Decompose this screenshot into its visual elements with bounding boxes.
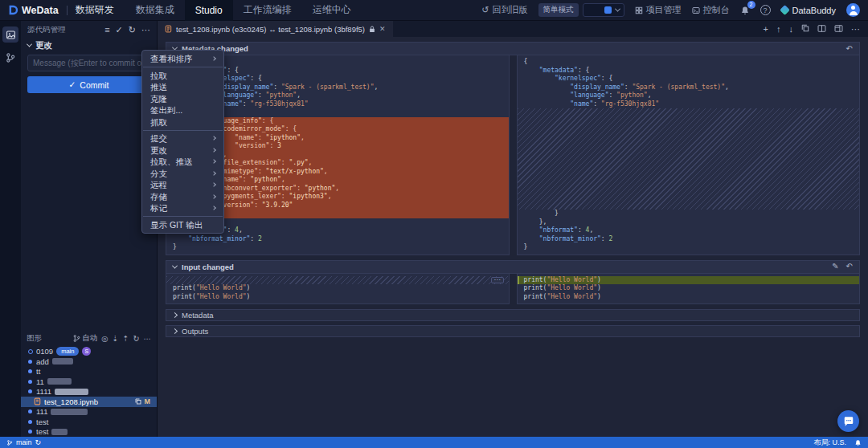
sync-icon[interactable]: ↻ (35, 439, 42, 446)
project-chip (604, 6, 612, 14)
console-button[interactable]: 控制台 (692, 4, 730, 16)
status-bar: main ↻ 布局: U.S. (0, 437, 868, 448)
menu-item-label: 查看和排序 (150, 53, 212, 65)
graph-commit-row[interactable]: 111 (21, 407, 157, 417)
auto-layout-button[interactable]: 自动 (73, 333, 97, 344)
layout-icon[interactable] (834, 24, 843, 35)
source-control-button[interactable] (2, 50, 18, 66)
context-menu-item[interactable]: 克隆 (142, 93, 223, 105)
next-change-icon[interactable]: ↓ (789, 25, 794, 34)
open-file-icon[interactable] (801, 24, 809, 34)
context-menu-item[interactable]: 签出到... (142, 104, 223, 116)
menu-divider (143, 216, 223, 217)
target-icon[interactable]: ◎ (101, 335, 108, 343)
menu-item-label: 拉取 (150, 70, 215, 82)
commit-node-icon (27, 379, 33, 385)
more-actions-icon[interactable]: ⋯ (144, 335, 152, 343)
metadata-changed-header[interactable]: Metadata changed ↶ (166, 42, 860, 55)
split-editor-icon[interactable] (817, 24, 826, 35)
graph-commit-row[interactable]: test (21, 427, 157, 438)
plus-icon[interactable]: + (764, 25, 768, 34)
context-menu-item[interactable]: 显示 GIT 输出 (142, 219, 223, 231)
menu-item-label: 抓取 (150, 116, 215, 128)
expand-hidden-lines-button[interactable]: ⋯ (491, 277, 504, 283)
graph-commit-row[interactable]: add (21, 356, 157, 367)
menu-item-label: 拉取、推送 (150, 156, 212, 168)
submenu-arrow-icon (211, 136, 216, 141)
layout-indicator[interactable]: 布局: U.S. (813, 438, 846, 448)
edit-icon[interactable]: ✎ (832, 263, 838, 271)
help-button[interactable]: ? (760, 5, 771, 15)
assistant-fab-button[interactable] (837, 410, 859, 432)
context-menu-item[interactable]: 抓取 (142, 116, 223, 128)
more-actions-icon[interactable]: ⋯ (141, 26, 150, 35)
mode-select[interactable] (583, 3, 624, 17)
code-line: "nbformat": 4, (518, 226, 860, 235)
context-menu-item[interactable]: 推送 (142, 81, 223, 93)
menu-item-Studio[interactable]: Studio (185, 0, 233, 21)
push-icon[interactable]: ⇡ (123, 335, 129, 343)
view-as-list-icon[interactable]: ≡ (104, 26, 109, 35)
notifications-button[interactable]: 2 (740, 6, 750, 15)
input-changed-header[interactable]: Input changed ✎ ↶ (166, 260, 860, 274)
menu-item-label: 提交 (150, 132, 212, 145)
source-control-icon (5, 52, 16, 63)
redacted-text (47, 378, 72, 385)
more-actions-icon[interactable]: ⋯ (851, 25, 860, 34)
databuddy-button[interactable]: DataBuddy (781, 6, 836, 15)
context-menu-item[interactable]: 远程 (142, 179, 223, 191)
refresh-icon[interactable]: ↻ (133, 335, 140, 343)
menu-item-工作流编排[interactable]: 工作流编排 (233, 0, 302, 21)
menu-divider (143, 67, 223, 67)
graph-commit-row[interactable]: 0109mainS (21, 347, 157, 357)
context-menu-item[interactable]: 提交 (142, 132, 223, 145)
context-menu-item[interactable]: 拉取 (142, 70, 223, 82)
context-menu-item[interactable]: 分支 (142, 168, 223, 180)
context-menu-item[interactable]: 查看和排序 (142, 53, 223, 65)
graph-commit-row[interactable]: tt (21, 367, 157, 377)
input-diff-modified-pane[interactable]: print("Hello World")print("Hello World")… (517, 274, 861, 305)
user-avatar[interactable] (846, 3, 860, 17)
commit-node-icon (27, 389, 33, 394)
graph-commit-row[interactable]: 11 (21, 377, 157, 387)
branch-indicator[interactable]: main ↻ (6, 438, 41, 446)
refresh-icon[interactable]: ↻ (129, 26, 136, 35)
revert-icon[interactable]: ↶ (846, 263, 853, 271)
changes-section-header[interactable]: 更改 (21, 39, 157, 52)
project-management-button[interactable]: 项目管理 (635, 4, 682, 16)
commit-message-input[interactable] (27, 55, 150, 71)
input-diff-original-pane[interactable]: ⋯print("Hello World")print("Hello World"… (166, 274, 510, 305)
open-file-icon[interactable] (135, 398, 141, 406)
sidebar-spacer (21, 93, 157, 331)
context-menu-item[interactable]: 拉取、推送 (142, 156, 223, 168)
screenshot-panel-button[interactable] (2, 26, 18, 43)
pull-icon[interactable]: ⇣ (113, 335, 119, 343)
metadata-diff-modified-pane[interactable]: { "metadata": { "kernelspec": { "display… (517, 55, 861, 255)
commit-check-icon[interactable]: ✓ (116, 26, 123, 35)
commit-button[interactable]: ✓ Commit (27, 76, 150, 93)
graph-commit-row[interactable]: 1111 (21, 387, 157, 397)
wedata-logo[interactable]: WeData (8, 5, 59, 16)
context-menu-item[interactable]: 标记 (142, 202, 223, 214)
metadata-collapsed-section[interactable]: Metadata (166, 309, 860, 321)
previous-change-icon[interactable]: ↑ (776, 25, 781, 34)
graph-file-row[interactable]: test_1208.ipynbM (21, 397, 157, 407)
bell-icon[interactable] (854, 439, 862, 446)
outputs-collapsed-section[interactable]: Outputs (166, 325, 860, 337)
close-icon[interactable]: ✕ (379, 26, 386, 33)
project-management-label: 项目管理 (646, 4, 682, 16)
context-menu-item[interactable]: 更改 (142, 145, 223, 157)
menu-item-运维中心[interactable]: 运维中心 (302, 0, 362, 21)
grid-icon (635, 6, 643, 14)
commit-label: 0109 (36, 347, 53, 356)
diff-tab[interactable]: test_1208.ipynb (e3c0245) ↔ test_1208.ip… (158, 21, 393, 37)
statusbar-right: 布局: U.S. (813, 438, 862, 448)
workspace-label[interactable]: 数据研发 (76, 3, 114, 17)
graph-commit-row[interactable]: test (21, 417, 157, 427)
revert-icon[interactable]: ↶ (846, 45, 853, 53)
header-actions: ✎ ↶ (832, 263, 853, 271)
context-menu-item[interactable]: 存储 (142, 191, 223, 203)
branch-name: main (16, 438, 32, 446)
menu-item-数据集成[interactable]: 数据集成 (125, 0, 185, 21)
back-to-old-button[interactable]: ↺ 回到旧版 (481, 4, 527, 16)
